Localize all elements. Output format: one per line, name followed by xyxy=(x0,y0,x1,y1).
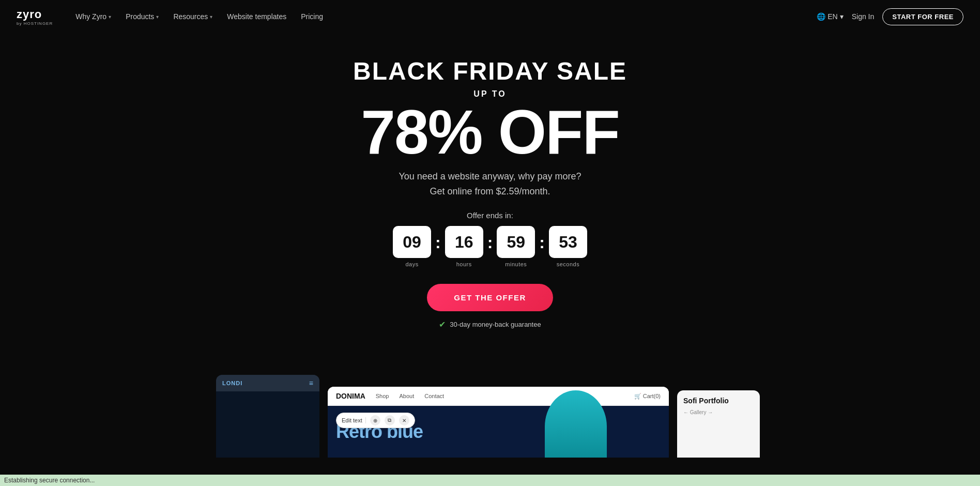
language-selector[interactable]: 🌐 EN ▾ xyxy=(817,12,843,21)
offer-ends-label: Offer ends in: xyxy=(467,211,513,220)
chevron-down-icon: ▾ xyxy=(210,14,212,20)
delete-icon[interactable]: ✕ xyxy=(399,415,409,426)
status-text: Establishing secure connection... xyxy=(4,477,95,484)
days-value: 09 xyxy=(393,226,431,258)
londi-menu-icon: ≡ xyxy=(309,379,313,387)
model-image xyxy=(545,390,607,458)
globe-icon: 🌐 xyxy=(817,12,825,21)
gallery-nav: ← Gallery → xyxy=(683,409,754,415)
guarantee-text: 30-day money-back guarantee xyxy=(450,321,541,328)
cart-icon: 🛒 xyxy=(634,393,641,399)
nav-right: 🌐 EN ▾ Sign In START FOR FREE xyxy=(817,8,963,25)
start-for-free-button[interactable]: START FOR FREE xyxy=(882,8,963,25)
donima-brand: DONIMA xyxy=(336,392,365,400)
donima-shop-link[interactable]: Shop xyxy=(376,393,389,399)
hero-subtitle: You need a website anyway, why pay more?… xyxy=(399,169,581,199)
edit-toolbar: Edit text ⊕ ⧉ ✕ xyxy=(336,413,415,428)
donima-contact-link[interactable]: Contact xyxy=(424,393,444,399)
countdown-timer: 09 days : 16 hours : 59 minutes : 53 sec… xyxy=(393,226,587,267)
logo-name: zyro xyxy=(17,8,53,21)
donima-about-link[interactable]: About xyxy=(399,393,414,399)
nav-why-zyro[interactable]: Why Zyro ▾ xyxy=(69,8,117,25)
discount-text: 78% OFF xyxy=(361,101,619,163)
donima-cart: 🛒 Cart(0) xyxy=(634,393,661,400)
template-previews: LONDI ≡ DONIMA Shop About Contact 🛒 Cart… xyxy=(0,354,980,458)
londi-brand: LONDI xyxy=(222,380,242,386)
nav-pricing[interactable]: Pricing xyxy=(295,8,329,25)
days-label: days xyxy=(405,261,418,267)
sign-in-link[interactable]: Sign In xyxy=(852,12,875,21)
separator-2: : xyxy=(487,233,493,252)
status-bar: Establishing secure connection... xyxy=(0,475,980,486)
seconds-value: 53 xyxy=(549,226,587,258)
sofi-title: Sofi Portfolio xyxy=(683,397,754,405)
checkmark-icon: ✔ xyxy=(439,320,446,329)
nav-resources[interactable]: Resources ▾ xyxy=(167,8,219,25)
sofi-portfolio-card: Sofi Portfolio ← Gallery → xyxy=(677,390,760,458)
countdown-minutes: 59 minutes xyxy=(497,226,535,267)
nav-website-templates[interactable]: Website templates xyxy=(221,8,293,25)
separator-3: : xyxy=(539,233,545,252)
preview-cards-row: LONDI ≡ DONIMA Shop About Contact 🛒 Cart… xyxy=(216,375,764,458)
sale-title: BLACK FRIDAY SALE xyxy=(353,58,627,85)
hours-label: hours xyxy=(456,261,472,267)
logo-sub: by HOSTINGER xyxy=(17,21,53,26)
hours-value: 16 xyxy=(445,226,483,258)
hero-sub-line2: Get online from $2.59/month. xyxy=(399,184,581,199)
guarantee-badge: ✔ 30-day money-back guarantee xyxy=(439,320,541,329)
countdown-days: 09 days xyxy=(393,226,431,267)
donima-nav-bar: DONIMA Shop About Contact 🛒 Cart(0) xyxy=(328,387,669,406)
londi-content xyxy=(216,391,319,458)
donima-template-card: DONIMA Shop About Contact 🛒 Cart(0) Edit… xyxy=(328,387,669,458)
navigation: zyro by HOSTINGER Why Zyro ▾ Products ▾ … xyxy=(0,0,980,33)
seconds-label: seconds xyxy=(557,261,579,267)
get-offer-button[interactable]: GET THE OFFER xyxy=(427,284,553,311)
nav-products[interactable]: Products ▾ xyxy=(119,8,165,25)
logo[interactable]: zyro by HOSTINGER xyxy=(17,8,53,26)
edit-text-label: Edit text xyxy=(342,417,366,423)
minutes-value: 59 xyxy=(497,226,535,258)
minutes-label: minutes xyxy=(505,261,527,267)
countdown-hours: 16 hours xyxy=(445,226,483,267)
londi-template-card: LONDI ≡ xyxy=(216,375,319,458)
chevron-down-icon: ▾ xyxy=(109,14,111,20)
separator-1: : xyxy=(435,233,441,252)
londi-nav-bar: LONDI ≡ xyxy=(216,375,319,391)
copy-icon[interactable]: ⊕ xyxy=(370,415,380,426)
countdown-seconds: 53 seconds xyxy=(549,226,587,267)
nav-links: Why Zyro ▾ Products ▾ Resources ▾ Websit… xyxy=(69,8,817,25)
chevron-down-icon: ▾ xyxy=(156,14,159,20)
chevron-down-icon: ▾ xyxy=(840,12,844,21)
duplicate-icon[interactable]: ⧉ xyxy=(385,415,395,426)
hero-sub-line1: You need a website anyway, why pay more? xyxy=(399,169,581,184)
hero-section: BLACK FRIDAY SALE UP TO 78% OFF You need… xyxy=(0,33,980,346)
